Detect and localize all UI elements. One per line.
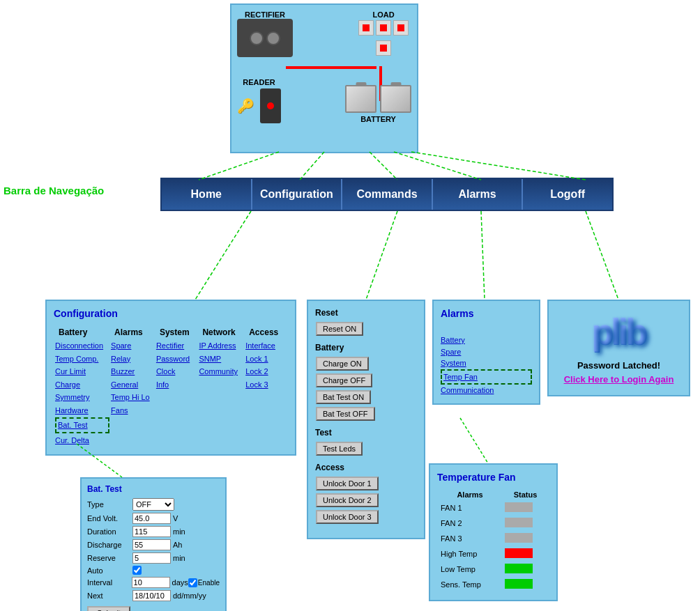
rectifier-label: RECTIFIER (245, 10, 285, 19)
reset-on-button[interactable]: Reset ON (316, 322, 363, 336)
svg-line-1 (300, 152, 324, 180)
end-volt-input[interactable] (132, 513, 171, 524)
type-row: Type OFF ON (87, 498, 220, 511)
load-cell-1 (358, 20, 374, 36)
nav-configuration[interactable]: Configuration (252, 179, 343, 210)
link-relay[interactable]: Relay (111, 353, 155, 365)
test-leds-button[interactable]: Test Leds (316, 442, 363, 456)
auto-checkbox[interactable] (132, 566, 142, 575)
table-row: Hardware Fans (55, 405, 287, 417)
submit-button[interactable]: Submit (87, 606, 130, 611)
test-section: Test Test Leds (315, 428, 417, 457)
end-volt-unit: V (173, 514, 178, 523)
unlock-door2-button[interactable]: Unlock Door 2 (316, 493, 379, 507)
reset-section: Reset Reset ON (315, 308, 417, 337)
alarm-spare[interactable]: Spare (441, 346, 532, 358)
discharge-label: Discharge (87, 541, 132, 549)
col-network: Network (199, 326, 244, 339)
test-title: Test (315, 428, 417, 438)
battery-section: Battery Charge ON Charge OFF Bat Test ON… (315, 343, 417, 422)
bat-test-off-button[interactable]: Bat Test OFF (316, 407, 375, 421)
next-label: Next (87, 591, 132, 600)
link-cur-delta[interactable]: Cur. Delta (55, 435, 109, 447)
nav-logoff[interactable]: Logoff (523, 179, 612, 210)
unlock-door3-button[interactable]: Unlock Door 3 (316, 510, 379, 524)
link-bat-test[interactable]: Bat. Test (55, 417, 109, 433)
link-charge[interactable]: Charge (55, 379, 109, 391)
svg-line-10 (460, 418, 488, 463)
table-row: Bat. Test (55, 417, 287, 433)
th-alarms: Alarms (439, 490, 501, 500)
link-info[interactable]: Info (156, 379, 198, 391)
link-fans[interactable]: Fans (111, 405, 155, 417)
reader-label: READER (237, 78, 281, 86)
end-volt-label: End Volt. (87, 514, 132, 523)
link-disconnection[interactable]: Disconnection (55, 340, 109, 352)
link-temp-comp[interactable]: Temp Comp. (55, 353, 109, 365)
alarm-system[interactable]: System (441, 357, 532, 369)
link-cur-limit[interactable]: Cur Limit (55, 366, 109, 378)
bat-test-on-button[interactable]: Bat Test ON (316, 390, 371, 404)
reserve-row: Reserve min (87, 552, 220, 564)
link-lock2[interactable]: Lock 2 (245, 366, 287, 378)
table-row: Temp Comp. Relay Password SNMP Lock 1 (55, 353, 287, 365)
type-select[interactable]: OFF ON (132, 498, 174, 511)
bat-test-panel: Bat. Test Type OFF ON End Volt. V Durati… (80, 477, 227, 611)
high-temp-status (505, 548, 533, 558)
link-rectifier[interactable]: Rectifier (156, 340, 198, 352)
link-hardware[interactable]: Hardware (55, 405, 109, 417)
access-section: Access Unlock Door 1 Unlock Door 2 Unloc… (315, 463, 417, 525)
discharge-row: Discharge Ah (87, 539, 220, 550)
link-interface[interactable]: Interface (245, 340, 287, 352)
temp-fan-table: Alarms Status FAN 1 FAN 2 FAN 3 High Tem… (437, 488, 549, 593)
link-spare[interactable]: Spare (111, 340, 155, 352)
rectifier-box (237, 19, 293, 57)
link-lock1[interactable]: Lock 1 (245, 353, 287, 365)
link-symmetry[interactable]: Symmetry (55, 392, 109, 403)
next-row: Next dd/mm/yy (87, 590, 220, 601)
sens-temp-row: Sens. Temp (439, 578, 548, 591)
link-lock3[interactable]: Lock 3 (245, 379, 287, 391)
link-community[interactable]: Community (199, 366, 244, 378)
login-again-link[interactable]: Click Here to Login Again (564, 374, 674, 385)
alarms-panel: Alarms Battery Spare System Temp Fan Com… (432, 300, 540, 405)
link-clock[interactable]: Clock (156, 366, 198, 378)
sens-temp-label: Sens. Temp (439, 578, 501, 591)
link-snmp[interactable]: SNMP (199, 353, 244, 365)
interval-input[interactable] (132, 577, 170, 588)
fan3-row: FAN 3 (439, 532, 548, 546)
link-temp-hi-lo[interactable]: Temp Hi Lo (111, 392, 155, 403)
link-buzzer[interactable]: Buzzer (111, 366, 155, 378)
fan-icon-2 (266, 31, 280, 45)
battery-area: BATTERY (345, 82, 411, 123)
alarm-temp-fan[interactable]: Temp Fan (441, 369, 532, 385)
link-general[interactable]: General (111, 379, 155, 391)
reserve-label: Reserve (87, 554, 132, 562)
nav-home[interactable]: Home (162, 179, 252, 210)
nav-commands[interactable]: Commands (342, 179, 433, 210)
charge-on-button[interactable]: Charge ON (316, 357, 369, 371)
col-alarms: Alarms (111, 326, 155, 339)
duration-input[interactable] (132, 526, 171, 537)
alarm-communication[interactable]: Communication (441, 385, 532, 396)
link-ip-address[interactable]: IP Address (199, 340, 244, 352)
enable-label: Enable (198, 579, 220, 587)
table-row: Cur Limit Buzzer Clock Community Lock 2 (55, 366, 287, 378)
alarm-battery[interactable]: Battery (441, 334, 532, 346)
table-row: Charge General Info Lock 3 (55, 379, 287, 391)
discharge-input[interactable] (132, 539, 171, 550)
svg-line-0 (199, 152, 279, 180)
nav-alarms[interactable]: Alarms (433, 179, 524, 210)
commands-panel: Reset Reset ON Battery Charge ON Charge … (307, 300, 425, 539)
access-title: Access (315, 463, 417, 472)
charge-off-button[interactable]: Charge OFF (316, 373, 372, 387)
unlock-door1-button[interactable]: Unlock Door 1 (316, 477, 379, 490)
battery-block-2 (380, 85, 411, 113)
next-input[interactable] (132, 590, 171, 601)
link-password[interactable]: Password (156, 353, 198, 365)
enable-checkbox[interactable] (188, 578, 197, 587)
config-table: Battery Alarms System Network Access Dis… (54, 325, 288, 447)
reserve-input[interactable] (132, 552, 171, 564)
fan1-row: FAN 1 (439, 501, 548, 515)
fan-icon-1 (250, 31, 264, 45)
